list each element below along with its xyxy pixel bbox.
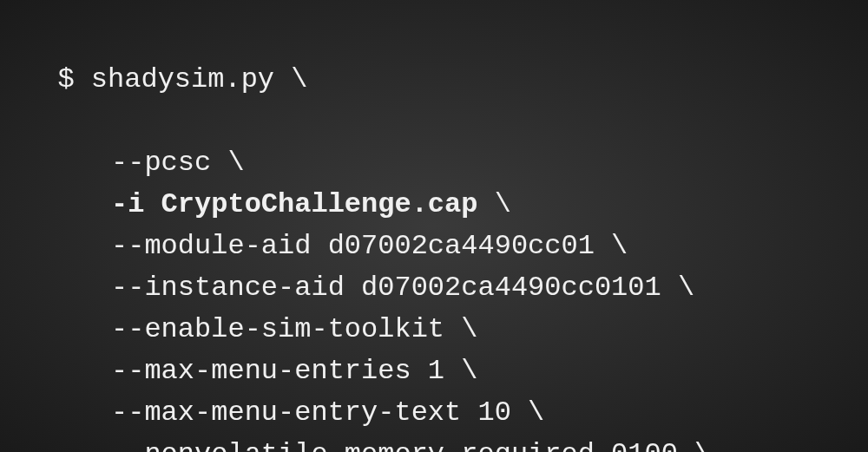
arg-line-4: --enable-sim-toolkit \ [111, 309, 844, 350]
arg-flag: --enable-sim-toolkit [111, 313, 444, 345]
terminal-output: $ shadysim.py \ --pcsc \-i CryptoChallen… [24, 17, 844, 452]
arg-value: d07002ca4490cc0101 [361, 272, 661, 304]
line-continuation: \ [694, 438, 711, 452]
arg-value: 10 [477, 396, 510, 429]
arg-line-0: --pcsc \ [111, 142, 844, 184]
arg-flag: -i [111, 188, 144, 220]
arg-value: d07002ca4490cc01 [328, 230, 595, 262]
arg-flag: --nonvolatile-memory-required [111, 438, 595, 452]
arg-line-2: --module-aid d07002ca4490cc01 \ [111, 226, 844, 267]
arg-flag: --pcsc [111, 147, 211, 179]
arg-flag: --max-menu-entries [111, 355, 411, 387]
arg-line-1: -i CryptoChallenge.cap \ [111, 184, 844, 226]
line-continuation: \ [495, 188, 511, 220]
line-continuation: \ [461, 355, 477, 387]
command-line-0: $ shadysim.py \ [57, 63, 307, 95]
arg-flag: --instance-aid [111, 272, 345, 304]
line-continuation: \ [611, 230, 628, 262]
arg-line-7: --nonvolatile-memory-required 0100 \ [111, 434, 844, 452]
line-continuation: \ [461, 313, 477, 345]
arg-flag: --module-aid [111, 230, 311, 262]
line-continuation: \ [528, 396, 544, 429]
command-args: --pcsc \-i CryptoChallenge.cap \--module… [24, 142, 844, 452]
shell-prompt: $ [57, 63, 74, 95]
line-continuation: \ [291, 63, 307, 95]
arg-line-3: --instance-aid d07002ca4490cc0101 \ [111, 267, 844, 309]
arg-line-6: --max-menu-entry-text 10 \ [111, 392, 844, 434]
line-continuation: \ [227, 147, 244, 179]
arg-value: 1 [428, 355, 444, 387]
arg-line-5: --max-menu-entries 1 \ [111, 350, 844, 392]
arg-value: CryptoChallenge.cap [161, 188, 478, 220]
arg-flag: --max-menu-entry-text [111, 396, 461, 429]
line-continuation: \ [678, 272, 694, 304]
script-name: shadysim.py [91, 63, 274, 95]
arg-value: 0100 [611, 438, 678, 452]
